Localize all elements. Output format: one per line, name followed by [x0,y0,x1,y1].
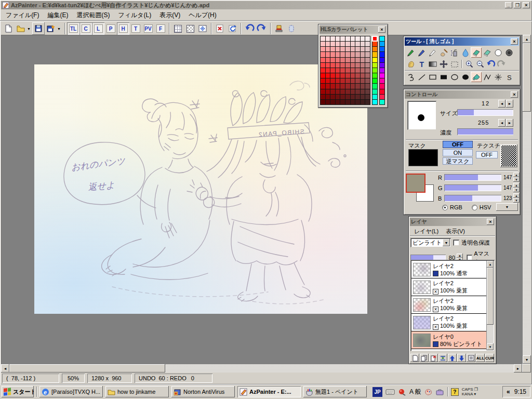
palette-cell[interactable] [345,52,350,57]
layer-row-1[interactable]: レイヤ2×100% 乗算 [411,278,486,296]
open-file-button[interactable] [15,22,27,35]
tool-title-bar[interactable]: ツール - [ 消しゴム ] × [405,37,519,46]
menu-selection[interactable]: 選択範囲(S) [73,10,113,21]
density-slider[interactable] [457,128,513,135]
palette-cell[interactable] [321,52,325,57]
palette-cell[interactable] [330,78,335,83]
layer-row-4[interactable]: レイヤ080% ピンライト [411,331,486,349]
palette-cell[interactable] [351,84,355,88]
palette-cell[interactable] [330,42,335,46]
density-decrement[interactable]: ◄ [498,119,506,127]
palette-cell[interactable] [321,42,325,46]
palette-cell[interactable] [361,73,365,78]
taskbar-item-azpainter[interactable]: AzPainter - E:... [237,386,301,397]
palette-cell[interactable] [355,84,360,88]
star-burst-tool[interactable] [493,72,503,82]
dodge-tool[interactable] [493,47,503,58]
palette-cell[interactable] [365,100,370,104]
palette-cell[interactable] [326,68,330,73]
palette-cell[interactable] [330,95,335,99]
polyline-tool[interactable] [482,72,493,82]
hue-cell[interactable] [373,89,377,94]
palette-cell[interactable] [351,89,355,94]
redo-button[interactable] [256,22,268,35]
palette-cell[interactable] [365,68,370,73]
toggle-hls-window[interactable]: H [117,22,129,35]
toggle-filter-window[interactable]: F [154,22,167,35]
palette-cell[interactable] [321,84,325,88]
show-all-layers-button[interactable]: ALL [476,354,485,362]
palette-cell[interactable] [345,47,350,51]
layer-visibility-3[interactable]: × [433,324,438,330]
open-dropdown-arrow[interactable]: ▼ [27,27,32,31]
palette-cell[interactable] [330,84,335,88]
layer-close-icon[interactable]: × [487,219,494,225]
palette-cell[interactable] [361,100,365,104]
palette-cell[interactable] [340,78,345,83]
layer-visibility-4[interactable] [433,341,438,347]
hue-cell[interactable] [380,68,384,73]
palette-cell[interactable] [330,52,335,57]
layer-visibility-1[interactable]: × [433,289,438,295]
hue-cell[interactable] [373,73,377,78]
delete-button[interactable] [214,22,226,35]
palette-cell[interactable] [351,63,355,68]
taskbar-item-browser[interactable]: e [Paraíso]TVXQ H... [39,386,103,397]
g-up[interactable]: ▲ [513,183,520,188]
menu-edit[interactable]: 編集(E) [44,10,72,21]
hue-cell[interactable] [373,63,377,68]
layer-list-scrollbar[interactable]: ▲ ▼ [487,261,494,350]
palette-cell[interactable] [345,95,350,99]
canvas[interactable]: おれのパンツ 返せよ SHIBO_PAN2 [34,64,367,314]
palette-cell[interactable] [345,68,350,73]
move-tool[interactable] [438,59,449,69]
palette-cell[interactable] [351,73,355,78]
freehand-shape-tool[interactable] [405,72,416,82]
pen2-tool[interactable] [416,47,427,58]
scroll-up-button[interactable]: ▲ [523,35,531,43]
vertical-scrollbar[interactable]: ▲ ▼ [523,35,531,364]
palette-cell[interactable] [355,100,360,104]
palette-cell[interactable] [351,47,355,51]
palette-cell[interactable] [355,58,360,62]
hue-cell[interactable] [380,63,384,68]
canvas-move-button[interactable] [196,22,209,35]
toolbox-icon[interactable] [436,389,444,395]
save-dropdown-arrow[interactable]: ▼ [57,27,62,31]
palette-cell[interactable] [365,78,370,83]
palette-cell[interactable] [340,58,345,62]
blend-mode-dropdown[interactable]: ピンライト ▼ [410,238,451,247]
vertical-scroll-thumb[interactable] [523,43,531,112]
palette-cell[interactable] [336,95,340,99]
kana-indicator[interactable]: KANA ▾ [462,392,478,396]
zoom-out-tool[interactable] [474,59,485,69]
palette-cell[interactable] [351,78,355,83]
r-down[interactable]: ▼ [513,177,520,182]
palette-cell[interactable] [336,52,340,57]
palette-cell[interactable] [330,100,335,104]
mask-invert-button[interactable]: 逆マスク [443,157,473,165]
palette-cell[interactable] [336,89,340,94]
pencil-tool[interactable] [427,47,438,58]
hue-cell[interactable] [380,89,384,94]
palette-cell[interactable] [340,89,345,94]
palette-cell[interactable] [355,52,360,57]
rect-fill-tool[interactable] [438,72,449,82]
move-layer-down-button[interactable] [457,354,466,362]
layer-menu-view[interactable]: 表示(V) [443,227,468,236]
palette-cell[interactable] [326,47,330,51]
smudge-tool[interactable] [405,59,416,69]
hue-cell[interactable] [380,78,384,83]
palette-cell[interactable] [351,95,355,99]
foreground-color-swatch[interactable] [406,174,425,193]
palette-cell[interactable] [361,47,365,51]
hls-close-icon[interactable]: × [378,26,385,33]
hls-title-bar[interactable]: HLSカラーパレット × [320,25,387,34]
size-slider[interactable] [457,109,513,116]
palette-cell[interactable] [365,58,370,62]
hue-cell[interactable] [380,42,384,46]
spray-tool[interactable] [449,47,460,58]
channel-g-slider[interactable] [444,184,501,191]
move-layer-up-button[interactable] [448,354,457,362]
toggle-palette-window[interactable]: P [104,22,117,35]
